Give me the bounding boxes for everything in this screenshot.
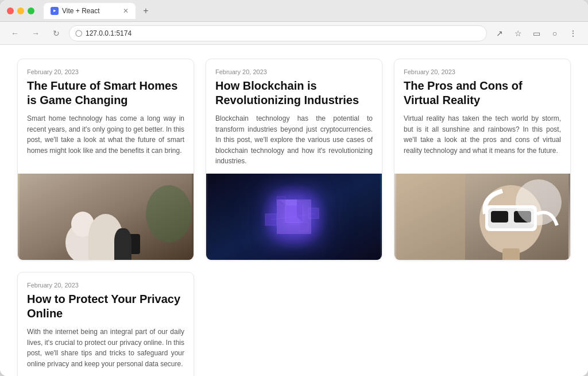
svg-point-2: [71, 212, 94, 237]
svg-marker-10: [280, 199, 303, 205]
card-title-smart-homes: The Future of Smart Homes is Game Changi…: [27, 79, 184, 108]
card-date-blockchain: February 20, 2023: [215, 68, 373, 75]
svg-rect-9: [285, 205, 303, 222]
card-date-vr: February 20, 2023: [404, 68, 561, 75]
close-traffic-light[interactable]: [7, 7, 14, 14]
svg-rect-24: [502, 248, 520, 260]
smart-homes-image: [18, 174, 194, 260]
card-excerpt-privacy: With the internet being an integral part…: [27, 327, 184, 369]
svg-rect-25: [396, 174, 465, 260]
tab-label: Vite + React: [62, 7, 99, 15]
back-button[interactable]: ←: [7, 25, 23, 41]
blockchain-image: [206, 174, 382, 260]
address-lock-icon: ◯: [75, 29, 82, 37]
card-title-vr: The Pros and Cons of Virtual Reality: [404, 79, 561, 108]
svg-rect-15: [300, 222, 308, 231]
card-image-blockchain: [206, 174, 382, 260]
card-excerpt-vr: Virtual reality has taken the tech world…: [404, 113, 561, 156]
share-button[interactable]: ↗: [492, 25, 508, 41]
active-tab[interactable]: ▸ Vite + React ✕: [44, 3, 136, 19]
menu-button[interactable]: ⋮: [565, 25, 581, 41]
card-content-blockchain: February 20, 2023 How Blockchain is Revo…: [206, 59, 382, 174]
card-image-smart-homes: [18, 174, 194, 260]
card-blockchain[interactable]: February 20, 2023 How Blockchain is Revo…: [206, 59, 382, 260]
svg-rect-22: [491, 211, 508, 222]
browser-toolbar: ← → ↻ ◯ 127.0.0.1:5174 ↗ ☆ ▭ ○ ⋮: [0, 22, 588, 45]
tab-bar: ▸ Vite + React ✕ +: [44, 3, 565, 19]
bookmark-button[interactable]: ☆: [510, 25, 526, 41]
card-title-blockchain: How Blockchain is Revolutionizing Indust…: [215, 79, 373, 108]
card-excerpt-blockchain: Blockchain technology has the potential …: [215, 113, 373, 167]
svg-point-4: [106, 229, 117, 243]
address-text: 127.0.0.1:5174: [86, 29, 131, 37]
vr-image: [394, 174, 570, 260]
card-content-vr: February 20, 2023 The Pros and Cons of V…: [394, 59, 570, 163]
reload-button[interactable]: ↻: [48, 25, 64, 41]
traffic-lights: [7, 7, 34, 14]
card-image-vr: [394, 174, 570, 260]
card-smart-homes[interactable]: February 20, 2023 The Future of Smart Ho…: [17, 59, 194, 260]
profile-button[interactable]: ○: [547, 25, 563, 41]
card-content-smart-homes: February 20, 2023 The Future of Smart Ho…: [18, 59, 194, 163]
card-title-privacy: How to Protect Your Privacy Online: [27, 292, 184, 321]
toolbar-actions: ↗ ☆ ▭ ○ ⋮: [492, 25, 581, 41]
svg-point-6: [146, 185, 192, 243]
tab-close-button[interactable]: ✕: [123, 7, 129, 15]
card-excerpt-smart-homes: Smart home technology has come a long wa…: [27, 113, 184, 156]
forward-button[interactable]: →: [28, 25, 44, 41]
new-tab-button[interactable]: +: [139, 4, 153, 18]
card-content-privacy: February 20, 2023 How to Protect Your Pr…: [18, 273, 194, 376]
svg-marker-11: [297, 199, 303, 222]
svg-rect-14: [277, 197, 285, 205]
address-bar[interactable]: ◯ 127.0.0.1:5174: [69, 25, 487, 41]
browser-window: ▸ Vite + React ✕ + ← → ↻ ◯ 127.0.0.1:517…: [0, 0, 588, 376]
svg-line-17: [294, 213, 314, 217]
blog-grid-top: February 20, 2023 The Future of Smart Ho…: [17, 59, 571, 260]
page-content: February 20, 2023 The Future of Smart Ho…: [0, 45, 588, 376]
svg-point-3: [103, 234, 120, 257]
card-date-privacy: February 20, 2023: [27, 282, 184, 289]
minimize-traffic-light[interactable]: [17, 7, 24, 14]
card-privacy[interactable]: February 20, 2023 How to Protect Your Pr…: [17, 272, 194, 376]
blog-grid-bottom: February 20, 2023 How to Protect Your Pr…: [17, 272, 571, 376]
tab-favicon: ▸: [51, 7, 59, 15]
svg-rect-5: [126, 234, 140, 254]
card-vr[interactable]: February 20, 2023 The Pros and Cons of V…: [394, 59, 571, 260]
maximize-traffic-light[interactable]: [28, 7, 34, 14]
reader-view-button[interactable]: ▭: [528, 25, 544, 41]
svg-rect-23: [514, 211, 531, 222]
title-bar: ▸ Vite + React ✕ +: [0, 0, 588, 22]
card-date-smart-homes: February 20, 2023: [27, 68, 184, 75]
